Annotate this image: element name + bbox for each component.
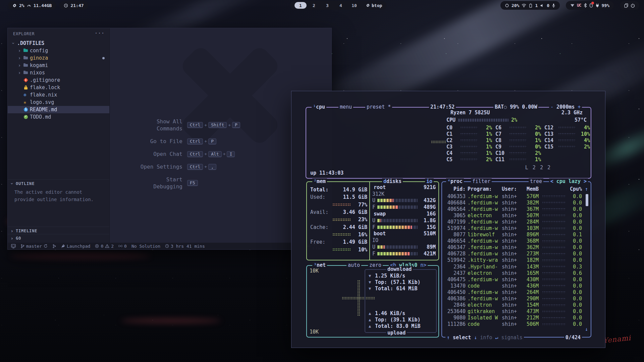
time-tracker-status[interactable]: 3 hrs 41 mins — [165, 244, 205, 249]
select-button[interactable]: select — [453, 335, 471, 341]
mem-avail-label: Avail: — [310, 209, 328, 215]
problems-status[interactable]: 0 2 — [95, 244, 114, 249]
workspace-button[interactable]: 10 — [348, 2, 360, 9]
file-row[interactable]: TODO.md — [8, 113, 109, 121]
remote-indicator[interactable] — [11, 244, 16, 248]
sort-next-key[interactable]: > — [584, 178, 587, 184]
more-actions-icon[interactable]: ··· — [95, 30, 105, 36]
process-pid: 2364 — [445, 264, 466, 270]
file-row[interactable]: README.md — [8, 106, 109, 113]
file-row[interactable]: › ginoza — [8, 54, 109, 62]
file-row[interactable]: › nixos — [8, 69, 109, 76]
disks-tab[interactable]: ddisks — [382, 178, 403, 184]
process-user: shin+ — [502, 238, 521, 244]
git-branch-status[interactable]: master — [20, 244, 48, 249]
process-row[interactable]: 2846 electron shin+ 154M 0.0 — [445, 302, 582, 308]
process-row[interactable]: 111286 code shin+ 506M 0.0 — [445, 321, 582, 327]
process-row[interactable]: 406684 .ferdium-w shin+ 382M 0.0 — [445, 199, 582, 206]
disk-used-value: 1.8G — [420, 218, 436, 224]
process-row[interactable]: 13470 code shin+ 436M 0.0 — [445, 283, 582, 289]
disk-used-meter — [377, 245, 418, 249]
file-row[interactable]: logo.svg — [8, 99, 109, 106]
proc-tab[interactable]: ⁴proc — [446, 178, 464, 184]
sort-prev-key[interactable]: < — [550, 178, 553, 184]
workspace-button[interactable]: 2 — [308, 2, 320, 9]
io-tab[interactable]: io — [425, 178, 434, 184]
tray-pill[interactable]: UC 99% — [566, 1, 614, 10]
process-row[interactable]: 406475 .ferdium-w shin+ 430M 0.0 — [445, 276, 582, 283]
col-mem[interactable]: MemB — [523, 186, 539, 192]
session-pill[interactable] — [620, 1, 639, 10]
mem-tab[interactable]: ²mem — [312, 178, 327, 184]
file-row[interactable]: .gitignore — [8, 76, 109, 84]
process-mem: 273M — [523, 251, 539, 257]
core-percent: 0% — [528, 144, 541, 150]
interval-decrease-button[interactable]: - — [550, 104, 553, 110]
devices-pill[interactable]: 20% 1 0 — [500, 1, 560, 10]
info-button[interactable]: info — [480, 335, 492, 341]
net-auto-button[interactable]: auto — [346, 262, 361, 268]
process-mem: 103M — [523, 225, 539, 231]
core-meter — [460, 133, 478, 135]
disk-free-meter — [377, 226, 418, 229]
process-row[interactable]: 2437 electron shin+ 165M 0.6 — [445, 270, 582, 276]
core-name: C9 — [495, 144, 507, 150]
process-row[interactable]: 406353 .ferdium-w shin+ 576M 0.0 — [445, 193, 582, 199]
select-down-key[interactable]: ↓ — [474, 335, 477, 341]
process-row[interactable]: 9080 Isolated W shin+ 212M 0.0 — [445, 315, 582, 321]
outline-section-header[interactable]: › OUTLINE — [8, 179, 109, 188]
tree-root-row[interactable]: › .DOTFILES — [8, 40, 109, 47]
process-row[interactable]: 8077 librewolf shin+ 896M 0.1 — [445, 232, 582, 238]
process-name: code — [468, 283, 500, 289]
launchpad-button[interactable]: Launchpad — [61, 244, 90, 249]
workspace-button[interactable]: 3 — [321, 2, 333, 9]
go-section-header[interactable]: › GO — [8, 234, 109, 242]
signals-button[interactable]: signals — [501, 335, 523, 341]
process-row[interactable]: 406386 .ferdium-w shin+ 290M 0.0 — [445, 296, 582, 302]
interval-increase-button[interactable]: + — [578, 104, 581, 110]
system-stats-pill[interactable]: 2% 11.44GB — [8, 1, 56, 10]
clock-pill[interactable]: 21:47 — [59, 1, 88, 10]
filter-button[interactable]: filter — [471, 178, 492, 184]
col-pid[interactable]: Pid: — [445, 186, 466, 192]
process-row[interactable]: 407199 .ferdium-w shin+ 284M 0.0 — [445, 219, 582, 225]
active-window-widget[interactable]: btop — [366, 3, 382, 8]
process-row[interactable]: 406564 .ferdium-w shin+ 367M 0.0 — [445, 206, 582, 212]
core-row: C11 1% — [495, 156, 541, 163]
core-name: C14 — [544, 137, 556, 143]
file-row[interactable]: flake.lock — [8, 84, 109, 91]
file-row[interactable]: flake.nix — [8, 91, 109, 99]
process-row[interactable]: 406347 .ferdium-w shin+ 362M 0.0 — [445, 244, 582, 251]
preset-button[interactable]: preset * — [365, 104, 392, 110]
file-row[interactable]: › kogami — [8, 62, 109, 69]
col-program[interactable]: Program: — [468, 186, 500, 192]
process-cpu: 0.0 — [569, 308, 582, 314]
git-graph-button[interactable] — [52, 244, 56, 248]
cpu-tab[interactable]: ¹cpu — [312, 104, 326, 110]
col-cpu[interactable]: Cpu% — [569, 186, 582, 192]
process-row[interactable]: 406728 .ferdium-w shin+ 273M 0.0 — [445, 251, 582, 257]
process-row[interactable]: 3065 electron shin+ 507M 0.0 — [445, 212, 582, 219]
process-row[interactable]: 519974 .ferdium-w shin+ 103M 0.0 — [445, 225, 582, 231]
scroll-down-icon[interactable]: ↓ — [585, 326, 588, 332]
workspace-button[interactable]: 4 — [335, 2, 347, 9]
proc-table-header[interactable]: Pid: Program: User: MemB Cpu% — [445, 186, 582, 192]
select-up-key[interactable]: ↑ — [447, 335, 450, 341]
tree-button[interactable]: tree — [529, 178, 543, 184]
menu-button[interactable]: menu — [338, 104, 353, 110]
process-row[interactable]: 2364 .Hyprland- shin+ 143M 0.3 — [445, 263, 582, 270]
process-row[interactable]: 253640 gitkraken shin+ 473M 0.0 — [445, 308, 582, 315]
process-row[interactable]: 406654 .ferdium-w shin+ 368M 0.0 — [445, 238, 582, 244]
file-row[interactable]: › config — [8, 47, 109, 54]
signals-key[interactable]: ↵ — [495, 335, 498, 341]
col-user[interactable]: User: — [502, 186, 521, 192]
ports-status[interactable]: 0 — [118, 244, 127, 249]
workspace-button[interactable]: 1 — [294, 2, 307, 9]
solution-status[interactable]: No Solution — [131, 244, 160, 249]
net-tab[interactable]: ³net — [312, 262, 327, 268]
proc-scrollbar[interactable] — [586, 194, 588, 206]
process-row[interactable]: 406450 .ferdium-w shin+ 264M 0.0 — [445, 289, 582, 295]
process-row[interactable]: 519942 .kitty-wra shin+ 182M 0.0 — [445, 257, 582, 263]
sort-selector[interactable]: < cpu lazy > — [549, 178, 588, 184]
net-zero-button[interactable]: zero — [368, 262, 383, 268]
